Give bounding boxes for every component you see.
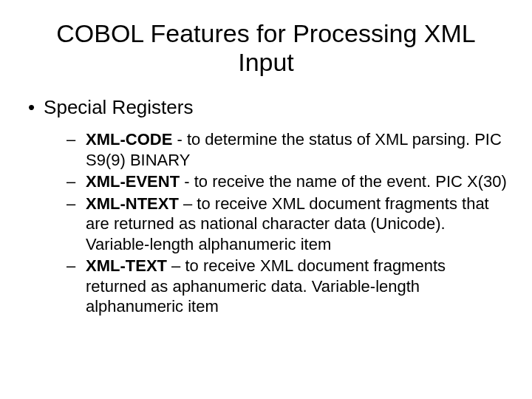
list-item-text: XML-NTEXT – to receive XML document frag… xyxy=(86,194,510,255)
slide-title: COBOL Features for Processing XML Input xyxy=(52,19,480,77)
list-item-text: XML-TEXT – to receive XML document fragm… xyxy=(86,256,510,317)
list-item: – XML-TEXT – to receive XML document fra… xyxy=(66,256,510,317)
list-item: – XML-NTEXT – to receive XML document fr… xyxy=(66,194,510,255)
bullet-level1-text: Special Registers xyxy=(44,96,193,119)
list-item-text: XML-CODE - to determine the status of XM… xyxy=(86,129,510,170)
bullet-level1: • Special Registers xyxy=(28,96,510,119)
sub-bullet-list: – XML-CODE - to determine the status of … xyxy=(66,129,510,317)
dash-icon: – xyxy=(66,194,77,214)
bullet-icon: • xyxy=(28,98,35,117)
dash-icon: – xyxy=(66,171,77,192)
dash-icon: – xyxy=(66,129,77,150)
list-item: – XML-EVENT - to receive the name of the… xyxy=(66,171,510,192)
dash-icon: – xyxy=(66,256,77,276)
list-item: – XML-CODE - to determine the status of … xyxy=(66,129,510,170)
list-item-text: XML-EVENT - to receive the name of the e… xyxy=(86,171,507,192)
